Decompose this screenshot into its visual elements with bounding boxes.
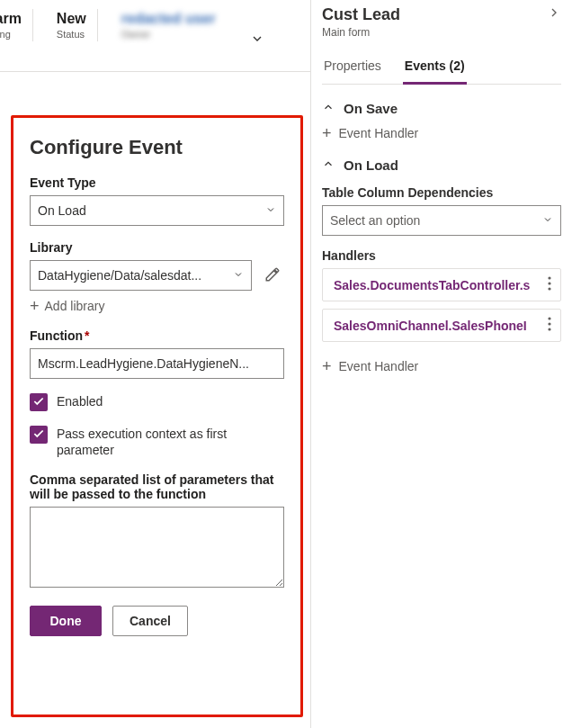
tab-properties[interactable]: Properties <box>322 51 383 84</box>
event-type-label: Event Type <box>30 175 284 190</box>
on-save-header[interactable]: On Save <box>322 101 561 116</box>
svg-point-5 <box>548 328 550 330</box>
cancel-button[interactable]: Cancel <box>112 606 188 636</box>
event-type-field: Event Type On Load <box>30 175 284 226</box>
enabled-label: Enabled <box>57 393 103 409</box>
checkmark-icon <box>32 395 45 410</box>
header-label-status: Status <box>57 29 86 40</box>
library-label: Library <box>30 240 284 255</box>
deps-placeholder: Select an option <box>330 213 420 228</box>
plus-icon: + <box>30 298 40 314</box>
add-library-button[interactable]: + Add library <box>30 298 104 314</box>
more-vertical-icon <box>548 320 551 334</box>
svg-point-3 <box>548 317 550 319</box>
form-title: Cust Lead <box>322 5 400 24</box>
pass-context-checkbox[interactable] <box>30 426 48 444</box>
params-label: Comma separated list of parameters that … <box>30 472 284 501</box>
svg-point-1 <box>548 282 550 284</box>
on-save-title: On Save <box>344 101 398 116</box>
handler-more-button[interactable] <box>546 276 553 293</box>
params-textarea[interactable] <box>30 507 284 588</box>
function-value: Mscrm.LeadHygiene.DataHygieneN... <box>38 356 249 371</box>
plus-icon: + <box>322 125 332 141</box>
header-label-rating: Rating <box>0 29 22 40</box>
pass-context-checkbox-row[interactable]: Pass execution context as first paramete… <box>30 426 284 458</box>
right-pane: Cust Lead Main form Properties Events (2… <box>311 0 572 728</box>
add-onload-handler-label: Event Handler <box>339 359 419 373</box>
function-label: Function* <box>30 328 284 343</box>
event-type-select[interactable]: On Load <box>30 195 284 226</box>
chevron-down-icon <box>265 203 276 218</box>
panel-title: Configure Event <box>30 136 284 159</box>
event-type-value: On Load <box>38 203 86 218</box>
handler-row[interactable]: SalesOmniChannel.SalesPhoneI <box>322 309 561 342</box>
on-load-section: On Load Table Column Dependencies Select… <box>322 157 561 374</box>
chevron-down-icon <box>542 213 553 228</box>
add-onsave-handler-button[interactable]: + Event Handler <box>322 125 418 141</box>
library-select[interactable]: DataHygiene/Data/salesdat... <box>30 260 252 291</box>
function-field: Function* Mscrm.LeadHygiene.DataHygieneN… <box>30 328 284 379</box>
header-label-owner: Owner <box>121 29 216 40</box>
on-load-header[interactable]: On Load <box>322 157 561 173</box>
pass-context-label: Pass execution context as first paramete… <box>57 426 284 458</box>
deps-label: Table Column Dependencies <box>322 185 561 200</box>
library-value: DataHygiene/Data/salesdat... <box>38 268 201 283</box>
chevron-down-icon <box>233 268 244 283</box>
svg-point-0 <box>548 276 550 279</box>
library-field: Library DataHygiene/Data/salesdat... + A… <box>30 240 284 314</box>
form-header-strip: Warm Rating New Status redacted user Own… <box>0 0 310 72</box>
on-save-section: On Save + Event Handler <box>322 101 561 141</box>
more-vertical-icon <box>548 280 551 293</box>
handlers-label: Handlers <box>322 248 561 263</box>
header-expand-chevron-icon[interactable] <box>250 31 264 49</box>
done-button[interactable]: Done <box>30 606 102 636</box>
configure-event-panel: Configure Event Event Type On Load Libra… <box>11 115 303 717</box>
add-onsave-handler-label: Event Handler <box>339 126 419 140</box>
right-pane-header: Cust Lead Main form <box>322 0 561 39</box>
header-value-owner: redacted user <box>121 11 216 27</box>
header-cell-rating: Warm Rating <box>0 9 33 41</box>
enabled-checkbox[interactable] <box>30 393 48 411</box>
edit-library-button[interactable] <box>261 263 284 289</box>
panel-button-row: Done Cancel <box>30 606 284 636</box>
form-subtitle: Main form <box>322 26 400 39</box>
chevron-up-icon <box>322 157 335 173</box>
required-indicator: * <box>85 328 89 343</box>
function-input[interactable]: Mscrm.LeadHygiene.DataHygieneN... <box>30 348 284 379</box>
header-value-status: New <box>57 11 86 27</box>
header-cell-status: New Status <box>48 9 98 41</box>
chevron-right-icon[interactable] <box>547 5 561 22</box>
tab-events[interactable]: Events (2) <box>403 51 467 85</box>
svg-point-4 <box>548 322 550 325</box>
handler-more-button[interactable] <box>546 317 553 334</box>
deps-select[interactable]: Select an option <box>322 205 561 236</box>
add-library-label: Add library <box>45 299 105 313</box>
on-load-title: On Load <box>344 157 398 173</box>
pencil-icon <box>264 272 281 285</box>
checkmark-icon <box>32 427 45 443</box>
params-field: Comma separated list of parameters that … <box>30 472 284 588</box>
handler-row[interactable]: Sales.DocumentsTabController.s <box>322 268 561 301</box>
left-pane: Warm Rating New Status redacted user Own… <box>0 0 311 728</box>
header-value-rating: Warm <box>0 11 22 27</box>
function-label-text: Function <box>30 328 83 343</box>
enabled-checkbox-row[interactable]: Enabled <box>30 393 284 411</box>
chevron-up-icon <box>322 101 335 116</box>
tabs: Properties Events (2) <box>322 51 561 85</box>
plus-icon: + <box>322 358 332 374</box>
header-cell-owner: redacted user Owner <box>112 9 227 41</box>
handler-name: Sales.DocumentsTabController.s <box>334 278 530 292</box>
svg-point-2 <box>548 287 550 290</box>
handler-name: SalesOmniChannel.SalesPhoneI <box>334 319 527 333</box>
add-onload-handler-button[interactable]: + Event Handler <box>322 358 418 374</box>
